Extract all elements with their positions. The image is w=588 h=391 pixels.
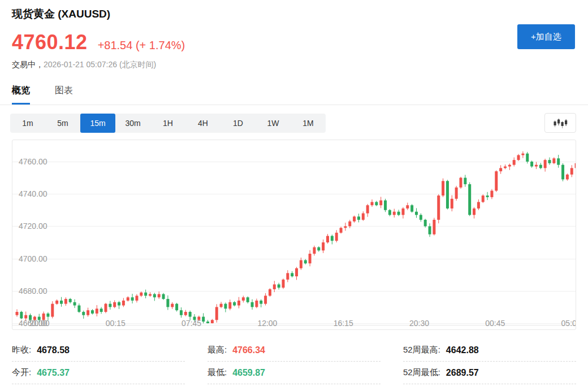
axis-tick-label: 07:45: [181, 319, 201, 328]
candle: [401, 207, 404, 219]
axis-tick-label: 20:00: [29, 319, 49, 328]
candle: [158, 292, 161, 299]
candle: [455, 186, 458, 201]
candle: [162, 293, 165, 300]
interval-30m[interactable]: 30m: [115, 114, 150, 133]
candle: [521, 151, 524, 158]
candle: [304, 259, 307, 264]
stat-label: 今开:: [12, 367, 31, 378]
interval-5m[interactable]: 5m: [45, 114, 80, 133]
candle: [371, 199, 374, 207]
candle: [517, 154, 520, 161]
interval-1m[interactable]: 1m: [10, 114, 45, 133]
candlestick-chart[interactable]: 4760.004740.004720.004700.004680.004660.…: [12, 140, 576, 330]
candle: [291, 271, 293, 277]
candle: [446, 180, 449, 209]
axis-tick-label: 4740.00: [19, 189, 47, 198]
candle: [340, 227, 343, 233]
axis-tick-label: 4720.00: [19, 221, 47, 231]
stat-value: 4766.34: [232, 345, 265, 355]
stat-value: 4659.87: [232, 368, 265, 378]
current-price: 4760.12: [12, 31, 88, 54]
stat-label: 52周最高:: [403, 345, 440, 355]
candle: [366, 204, 369, 217]
candle: [153, 293, 156, 301]
axis-tick-label: 4760.00: [19, 157, 47, 166]
stat-最低: 最低:4659.87: [207, 362, 381, 384]
interval-1W[interactable]: 1W: [256, 114, 291, 133]
stat-label: 最低:: [207, 367, 227, 378]
axis-tick-label: 16:15: [334, 319, 353, 328]
candle: [557, 155, 560, 168]
interval-1M[interactable]: 1M: [291, 114, 326, 133]
interval-1D[interactable]: 1D: [220, 114, 256, 133]
stats-panel: 昨收:4678.58最高:4766.3452周最高:4642.88今开:4675…: [12, 339, 576, 384]
candle: [220, 302, 223, 308]
candle: [242, 296, 245, 302]
chart-svg: 4760.004740.004720.004700.004680.004660.…: [12, 140, 576, 329]
candle: [429, 223, 431, 237]
tab-概览[interactable]: 概览: [12, 81, 30, 105]
axis-tick-label: 4700.00: [19, 254, 47, 263]
interval-15m[interactable]: 15m: [80, 114, 115, 133]
candle: [348, 220, 351, 228]
price-change: +81.54 (+ 1.74%): [98, 39, 185, 52]
candle: [96, 305, 98, 316]
candle: [224, 302, 227, 312]
candle: [384, 199, 387, 212]
candle: [468, 183, 471, 216]
stat-value: 4642.88: [446, 345, 479, 355]
timestamp: 2026-01-21 05:07:26 (北京时间): [44, 60, 156, 69]
tab-图表[interactable]: 图表: [55, 81, 73, 105]
candle: [508, 163, 511, 170]
candle: [184, 310, 187, 316]
candle: [393, 209, 396, 218]
candle: [326, 234, 329, 244]
axis-tick-label: 05:00: [561, 319, 576, 328]
interval-4H[interactable]: 4H: [185, 114, 220, 133]
candle: [82, 311, 85, 319]
stat-label: 昨收:: [12, 345, 31, 355]
candle: [451, 195, 453, 211]
candle: [495, 170, 498, 192]
candle: [309, 250, 312, 267]
candle: [100, 307, 103, 314]
candle: [362, 211, 365, 221]
candle: [486, 192, 489, 200]
candle: [424, 219, 427, 227]
candle: [255, 299, 258, 309]
candle: [331, 234, 334, 244]
price-row: 4760.12 +81.54 (+ 1.74%): [12, 31, 576, 54]
candle: [286, 270, 289, 282]
candle: [60, 297, 63, 307]
candle: [16, 309, 19, 316]
candle: [442, 179, 444, 197]
candle: [570, 165, 573, 177]
axis-tick-label: 12:00: [257, 319, 277, 328]
stat-昨收: 昨收:4678.58: [12, 339, 185, 362]
candle: [344, 223, 347, 231]
candle: [477, 199, 480, 210]
add-watchlist-button[interactable]: +加自选: [517, 24, 575, 49]
candle: [87, 308, 89, 317]
axis-tick-label: 00:15: [106, 319, 126, 328]
candle: [105, 303, 107, 313]
candle: [264, 293, 267, 306]
page: 现货黄金 (XAUUSD) 4760.12 +81.54 (+ 1.74%) 交…: [0, 0, 588, 384]
candle: [566, 173, 569, 181]
candle: [322, 240, 325, 253]
candle: [171, 302, 174, 309]
candle: [74, 299, 76, 308]
candle: [202, 313, 205, 323]
interval-1H[interactable]: 1H: [150, 114, 185, 133]
tabs: 概览图表: [0, 81, 588, 105]
stat-最高: 最高:4766.34: [207, 339, 381, 362]
candle: [552, 157, 555, 164]
candle: [300, 258, 302, 270]
candle: [406, 203, 409, 210]
page-title: 现货黄金 (XAUUSD): [12, 0, 576, 21]
candle: [175, 303, 178, 311]
candle: [247, 297, 249, 304]
candle: [140, 292, 142, 297]
chart-type-button[interactable]: [544, 113, 576, 133]
